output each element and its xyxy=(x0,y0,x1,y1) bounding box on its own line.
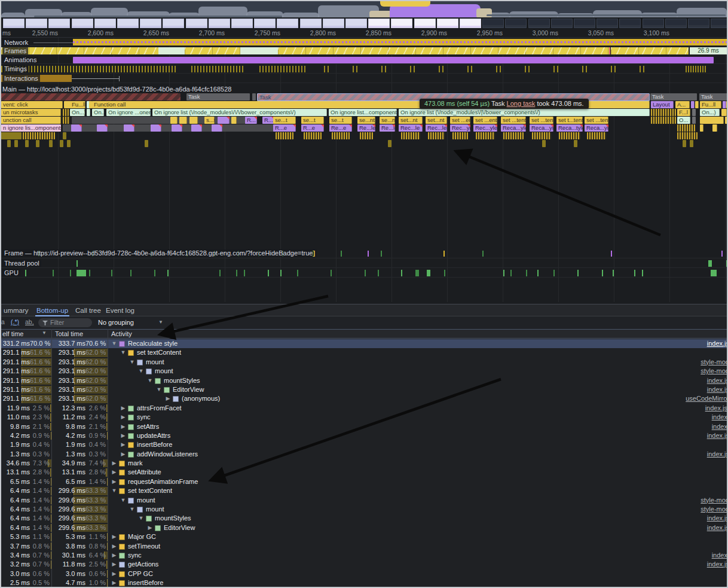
activity-label[interactable]: set textContent xyxy=(128,486,172,495)
expand-icon[interactable]: ▶ xyxy=(111,551,117,560)
activity-label[interactable]: EditorView xyxy=(173,385,204,394)
flame-event-r-[interactable]: R... xyxy=(245,117,257,124)
flame-bar[interactable] xyxy=(189,117,198,124)
flame-bar[interactable] xyxy=(691,101,695,108)
flame-bar[interactable] xyxy=(574,140,577,147)
flame-event-reca-yle[interactable]: Reca...yle xyxy=(501,124,526,132)
source-link[interactable]: index.js xyxy=(707,450,727,459)
expand-icon[interactable]: ▶ xyxy=(147,523,153,532)
flame-bar[interactable] xyxy=(1,93,181,100)
flame-bar[interactable] xyxy=(332,132,350,139)
activity-label[interactable]: Recalculate style xyxy=(128,339,178,348)
expand-icon[interactable]: ▶ xyxy=(111,477,117,486)
idle-frame-segment[interactable] xyxy=(158,47,185,54)
filmstrip-thumbnail[interactable] xyxy=(231,19,253,28)
flame-bar[interactable] xyxy=(172,124,182,132)
flame-event-vent-click[interactable]: vent: click xyxy=(1,101,63,108)
flame-bar[interactable] xyxy=(695,101,699,108)
flame-event-on-ignore-list-components-[interactable]: On ignore list...components\/) xyxy=(329,109,397,116)
flame-bar[interactable] xyxy=(14,140,18,147)
expand-icon[interactable]: ▶ xyxy=(111,569,117,578)
activity-label[interactable]: setAttrs xyxy=(137,422,159,431)
flame-event-task[interactable]: Task xyxy=(650,93,697,100)
source-link[interactable]: index.js xyxy=(707,431,727,440)
table-row[interactable]: 1.9 ms0.4 %1.9 ms0.4 %▶insertBefore xyxy=(1,440,727,449)
activity-label[interactable]: setAttribute xyxy=(128,468,161,477)
flame-bar[interactable] xyxy=(191,124,202,132)
filmstrip-thumbnail[interactable] xyxy=(186,19,207,28)
collapse-icon[interactable]: ▼ xyxy=(120,496,126,505)
filmstrip-thumbnail[interactable] xyxy=(505,19,527,28)
collapse-icon[interactable]: ▼ xyxy=(147,376,153,385)
flame-event-reca-yle[interactable]: Reca...yle xyxy=(585,124,608,132)
expand-icon[interactable]: ▶ xyxy=(111,468,117,477)
flame-event-on-[interactable]: On...) xyxy=(92,109,104,116)
expand-icon[interactable]: ▶ xyxy=(111,459,117,468)
flame-bar[interactable] xyxy=(401,132,420,139)
activity-label[interactable]: EditorView xyxy=(164,523,195,532)
flame-bar[interactable] xyxy=(276,132,293,139)
filmstrip-thumbnail[interactable] xyxy=(117,19,139,28)
sort-descending-icon[interactable]: ▼ xyxy=(42,330,47,336)
table-row[interactable]: 5.3 ms1.1 %5.3 ms1.1 %▶Major GC xyxy=(1,532,727,541)
flame-event-se-t[interactable]: se...t xyxy=(273,117,296,124)
idle-frame-segment[interactable] xyxy=(240,47,278,54)
flame-event-r-e[interactable]: R...e xyxy=(301,124,324,132)
flame-event-se-t[interactable]: se...t xyxy=(301,117,324,124)
collapse-icon[interactable]: ▼ xyxy=(111,339,117,348)
dropped-frame-marker[interactable] xyxy=(609,47,610,54)
grouping-dropdown-icon[interactable]: ▼ xyxy=(158,319,163,325)
activity-label[interactable]: mount xyxy=(146,505,164,514)
col-total-time[interactable]: Total time xyxy=(55,330,83,337)
table-row[interactable]: 291.1 ms61.6 %293.1 ms62.0 %▼mountstyle-… xyxy=(1,367,727,376)
frame-segment[interactable] xyxy=(278,47,609,54)
flame-bar[interactable] xyxy=(145,140,148,147)
activity-label[interactable]: mount xyxy=(137,496,155,505)
track-animations[interactable]: Animations xyxy=(1,56,727,64)
column-separator[interactable] xyxy=(108,329,108,587)
activity-label[interactable]: setTimeout xyxy=(128,542,160,551)
source-link[interactable]: index. xyxy=(712,422,727,431)
activity-label[interactable]: insertBefore xyxy=(137,440,172,449)
frame-segment[interactable] xyxy=(611,47,689,54)
table-row[interactable]: 3.7 ms0.8 %3.8 ms0.8 %▶setTimeout xyxy=(1,542,727,551)
flame-bar[interactable] xyxy=(452,132,468,139)
filmstrip-thumbnail[interactable] xyxy=(72,19,93,28)
table-row[interactable]: 3.2 ms0.7 %11.8 ms2.5 %▶getActionsindex.… xyxy=(1,560,727,569)
filmstrip-thumbnail[interactable] xyxy=(482,19,504,28)
filmstrip-thumbnail[interactable] xyxy=(460,19,481,28)
source-link[interactable]: index. xyxy=(712,413,727,422)
flame-bar[interactable] xyxy=(677,132,698,139)
source-link[interactable]: style-mod xyxy=(701,367,727,376)
cpu-overview-strip[interactable] xyxy=(1,1,727,18)
flame-event-set-tent[interactable]: set ...tent xyxy=(530,117,553,124)
filmstrip-thumbnail[interactable] xyxy=(368,19,390,28)
table-row[interactable]: 291.1 ms61.6 %293.1 ms62.0 %▶(anonymous)… xyxy=(1,394,727,403)
expand-icon[interactable]: ▶ xyxy=(120,404,126,413)
track-network[interactable]: Network xyxy=(1,38,727,46)
expand-icon[interactable]: ▶ xyxy=(120,422,126,431)
tab-ummary[interactable]: ummary xyxy=(2,304,30,316)
expand-icon[interactable]: ▶ xyxy=(111,542,117,551)
filmstrip[interactable] xyxy=(1,18,727,29)
flame-bar[interactable] xyxy=(692,117,696,124)
flame-event-rec-yle[interactable]: Rec...yle xyxy=(450,124,470,132)
flame-bar[interactable] xyxy=(692,109,696,116)
flame-event-layout[interactable]: Layout xyxy=(651,101,674,108)
filmstrip-thumbnail[interactable] xyxy=(140,19,161,28)
frame-segment[interactable] xyxy=(185,47,240,54)
flame-event-fu-ll[interactable]: Fu...ll xyxy=(70,101,85,108)
column-separator[interactable] xyxy=(51,329,52,587)
flame-bar[interactable] xyxy=(63,117,70,124)
activity-label[interactable]: requestAnimationFrame xyxy=(128,477,198,486)
flame-bar[interactable] xyxy=(60,140,63,147)
flame-bar[interactable] xyxy=(428,132,445,139)
filmstrip-thumbnail[interactable] xyxy=(437,19,458,28)
flame-event-on-ignore-list-node-modules-bower-components-[interactable]: On ignore list (\/node_modules\/|\/bower… xyxy=(399,109,650,116)
filmstrip-thumbnail[interactable] xyxy=(391,19,412,28)
activity-label[interactable]: sync xyxy=(137,413,151,422)
flame-event-f-l[interactable]: F...l xyxy=(677,109,690,116)
filmstrip-thumbnail[interactable] xyxy=(665,19,687,28)
flame-event-set-t-tent[interactable]: set t...tent xyxy=(556,117,583,124)
filmstrip-thumbnail[interactable] xyxy=(711,19,728,28)
